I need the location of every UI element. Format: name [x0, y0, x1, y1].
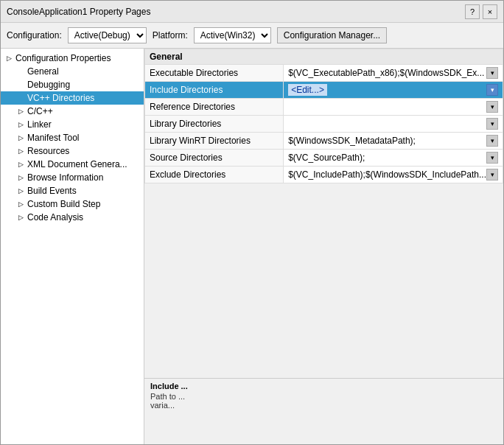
tree-item-xml-doc[interactable]: ▷ XML Document Genera... — [1, 158, 144, 171]
prop-name-libwinrt: Library WinRT Directories — [145, 133, 284, 150]
platform-select[interactable]: Active(Win32) — [194, 27, 271, 43]
tree-item-label: Configuration Properties — [15, 53, 111, 63]
bottom-text-path: Path to ... — [150, 392, 497, 401]
dropdown-arrow-exec[interactable]: ▾ — [486, 67, 498, 79]
prop-name-ref: Reference Directories — [145, 99, 284, 116]
tree-arrow-build: ▷ — [15, 186, 26, 196]
tree-item-build-events[interactable]: ▷ Build Events — [1, 184, 144, 197]
tree-item-linker[interactable]: ▷ Linker — [1, 118, 144, 131]
dropdown-arrow-include[interactable]: ▾ — [486, 84, 498, 96]
table-row[interactable]: Library WinRT Directories $(WindowsSDK_M… — [145, 133, 503, 150]
tree-arrow-linker: ▷ — [15, 119, 26, 130]
tree-arrow-resources: ▷ — [15, 146, 26, 156]
tree-item-label: Code Analysis — [27, 212, 83, 222]
tree-item-label: Linker — [27, 119, 52, 130]
header-cell-general: General — [145, 49, 503, 65]
table-row[interactable]: Source Directories $(VC_SourcePath); ▾ — [145, 150, 503, 167]
dropdown-arrow-libwinrt[interactable]: ▾ — [486, 135, 498, 147]
tree-item-label: Resources — [27, 146, 69, 156]
bottom-label: Include ... — [150, 382, 497, 390]
tree-item-label: Custom Build Step — [27, 199, 100, 209]
tree-arrow: ▷ — [4, 53, 14, 63]
prop-name-source: Source Directories — [145, 150, 284, 167]
table-row[interactable]: Library Directories ▾ — [145, 116, 503, 133]
tree-item-label: C/C++ — [27, 106, 53, 116]
tree-arrow-custom: ▷ — [15, 199, 26, 209]
window-title: ConsoleApplication1 Property Pages — [7, 7, 150, 17]
bottom-section: Include ... Path to ... varia... — [150, 382, 497, 441]
tree-arrow-code: ▷ — [15, 212, 26, 222]
title-bar-controls: ? × — [465, 4, 497, 19]
tree-item-debugging[interactable]: ▷ Debugging — [1, 78, 144, 91]
config-label: Configuration: — [7, 30, 62, 41]
tree-arrow-browse: ▷ — [15, 172, 26, 183]
bottom-text-varia: varia... — [150, 401, 497, 410]
tree-item-label: XML Document Genera... — [27, 159, 127, 169]
tree-item-resources[interactable]: ▷ Resources — [1, 144, 144, 158]
config-manager-button[interactable]: Configuration Manager... — [277, 27, 387, 43]
tree-arrow-xml: ▷ — [15, 159, 26, 169]
prop-name-lib: Library Directories — [145, 116, 284, 133]
toolbar: Configuration: Active(Debug) Platform: A… — [1, 23, 503, 49]
prop-value-include[interactable]: <Edit...> ▾ — [284, 82, 503, 99]
prop-value-libwinrt[interactable]: $(WindowsSDK_MetadataPath); ▾ — [284, 133, 503, 150]
tree-item-config-props[interactable]: ▷ Configuration Properties — [1, 52, 144, 65]
prop-value-source[interactable]: $(VC_SourcePath); ▾ — [284, 150, 503, 167]
tree-item-label: Debugging — [27, 80, 70, 90]
prop-name-exec: Executable Directories — [145, 65, 284, 82]
prop-value-exclude[interactable]: $(VC_IncludePath);$(WindowsSDK_IncludePa… — [284, 167, 503, 183]
table-row[interactable]: Exclude Directories $(VC_IncludePath);$(… — [145, 167, 503, 183]
tree-item-label: General — [27, 66, 59, 77]
dropdown-arrow-lib[interactable]: ▾ — [486, 118, 498, 130]
left-panel: ▷ Configuration Properties ▷ General ▷ D… — [1, 49, 144, 444]
properties-table: General Executable Directories $(VC_Exec… — [144, 49, 503, 183]
tree-item-custom-build[interactable]: ▷ Custom Build Step — [1, 197, 144, 211]
bottom-panel: Include ... Path to ... varia... — [144, 378, 503, 444]
dropdown-arrow-exclude[interactable]: ▾ — [486, 169, 498, 181]
tree-item-browse-info[interactable]: ▷ Browse Information — [1, 171, 144, 184]
tree-item-label: Manifest Tool — [27, 133, 79, 143]
prop-value-exec[interactable]: $(VC_ExecutablePath_x86);$(WindowsSDK_Ex… — [284, 65, 503, 82]
tree-arrow-c-cpp: ▷ — [15, 106, 26, 116]
tree-item-c-cpp[interactable]: ▷ C/C++ — [1, 105, 144, 118]
right-panel: General Executable Directories $(VC_Exec… — [144, 49, 503, 444]
title-bar: ConsoleApplication1 Property Pages ? × — [1, 1, 503, 23]
tree-arrow-manifest: ▷ — [15, 133, 26, 143]
tree-item-label: VC++ Directories — [27, 93, 94, 103]
config-select[interactable]: Active(Debug) — [68, 27, 147, 43]
tree-item-label: Browse Information — [27, 172, 103, 183]
prop-name-exclude: Exclude Directories — [145, 167, 284, 183]
tree-item-general[interactable]: ▷ General — [1, 65, 144, 78]
main-window: ConsoleApplication1 Property Pages ? × C… — [0, 0, 504, 445]
table-row-selected[interactable]: Include Directories <Edit...> ▾ — [145, 82, 503, 99]
tree-item-manifest-tool[interactable]: ▷ Manifest Tool — [1, 131, 144, 144]
prop-name-include: Include Directories — [145, 82, 284, 99]
main-content: ▷ Configuration Properties ▷ General ▷ D… — [1, 49, 503, 444]
help-button[interactable]: ? — [465, 4, 480, 19]
properties-header-row: General — [145, 49, 503, 65]
tree-item-label: Build Events — [27, 186, 77, 196]
close-button[interactable]: × — [483, 4, 497, 19]
tree-item-code-analysis[interactable]: ▷ Code Analysis — [1, 211, 144, 224]
dropdown-arrow-source[interactable]: ▾ — [486, 152, 498, 164]
platform-label: Platform: — [153, 30, 188, 41]
prop-value-lib[interactable]: ▾ — [284, 116, 503, 133]
table-row[interactable]: Reference Directories ▾ — [145, 99, 503, 116]
tree-item-vc-dirs[interactable]: ▷ VC++ Directories — [1, 91, 144, 105]
prop-value-ref[interactable]: ▾ — [284, 99, 503, 116]
dropdown-arrow-ref[interactable]: ▾ — [486, 101, 498, 113]
table-row[interactable]: Executable Directories $(VC_ExecutablePa… — [145, 65, 503, 82]
